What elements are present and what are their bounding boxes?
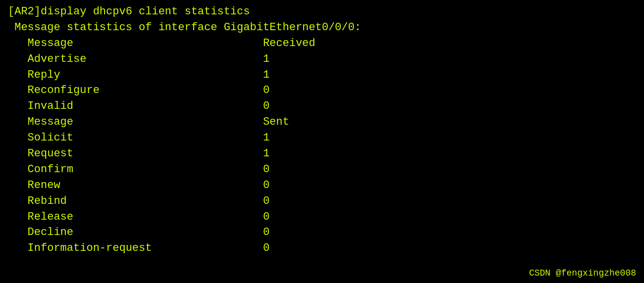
- terminal-line: Reply 1: [8, 67, 636, 83]
- terminal-window: [AR2]display dhcpv6 client statistics Me…: [0, 0, 644, 283]
- terminal-line: Information-request 0: [8, 240, 636, 256]
- terminal-line: Invalid 0: [8, 98, 636, 114]
- terminal-line: Renew 0: [8, 178, 636, 193]
- terminal-line: Advertise 1: [8, 51, 636, 67]
- terminal-line: Message Received: [8, 36, 636, 51]
- terminal-line: [AR2]display dhcpv6 client statistics: [8, 4, 636, 20]
- watermark: CSDN @fengxingzhe008: [529, 268, 636, 278]
- terminal-line: Decline 0: [8, 225, 636, 240]
- terminal-line: Rebind 0: [8, 193, 636, 209]
- terminal-line: Confirm 0: [8, 162, 636, 178]
- terminal-line: Message statistics of interface GigabitE…: [8, 20, 636, 36]
- terminal-line: Reconfigure 0: [8, 83, 636, 98]
- terminal-line: Solicit 1: [8, 130, 636, 146]
- terminal-line: Message Sent: [8, 114, 636, 130]
- terminal-line: Release 0: [8, 209, 636, 225]
- terminal-line: Request 1: [8, 146, 636, 162]
